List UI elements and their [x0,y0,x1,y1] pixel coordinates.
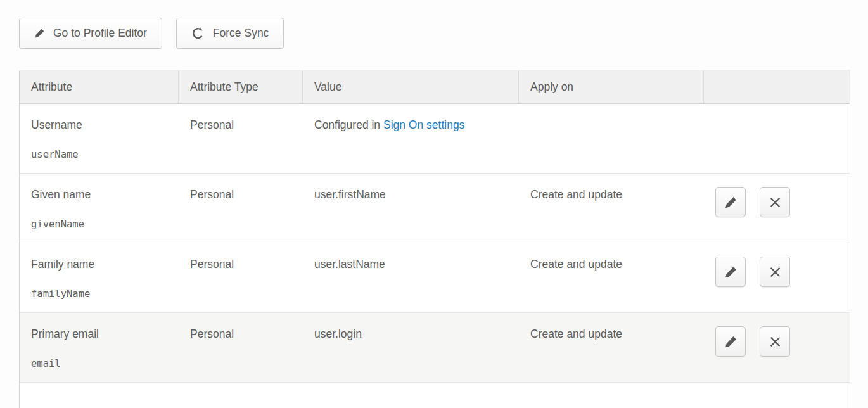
attribute-variable-name: userName [31,149,179,161]
go-to-profile-editor-label: Go to Profile Editor [53,27,147,40]
column-header-actions [704,70,850,103]
apply-on-cell: Create and update [519,243,704,312]
attribute-cell: Primary email email [20,313,179,382]
value-cell: Configured in Sign On settings [303,104,519,173]
table-body: Username userName Personal Configured in… [20,104,850,383]
value-text: user.lastName [314,258,385,271]
attribute-label: Family name [31,258,179,271]
table-row: Primary email email Personal user.login … [20,313,850,383]
value-text: user.firstName [314,188,386,201]
actions-cell [704,243,850,312]
edit-attribute-button[interactable] [715,187,746,217]
value-cell: user.lastName [303,243,519,312]
actions-cell [704,313,850,382]
attribute-variable-name: familyName [31,288,179,300]
actions-cell [704,104,850,173]
delete-attribute-button[interactable] [760,187,790,217]
table-row-empty [20,383,850,408]
attribute-variable-name: givenName [31,219,179,231]
toolbar: Go to Profile Editor Force Sync [19,18,284,49]
apply-on-cell [519,104,704,173]
attribute-type-cell: Personal [179,104,303,173]
actions-group [715,326,850,357]
force-sync-button[interactable]: Force Sync [176,18,284,49]
sign-on-settings-link[interactable]: Sign On settings [383,118,464,131]
attribute-type-cell: Personal [179,313,303,382]
attribute-cell: Family name familyName [20,243,179,312]
value-text: user.login [314,328,362,340]
table-row: Username userName Personal Configured in… [20,104,850,174]
table-header-row: Attribute Attribute Type Value Apply on [20,70,850,104]
value-cell: user.firstName [303,174,519,243]
pencil-icon [724,196,737,209]
table-row: Family name familyName Personal user.las… [20,243,850,313]
sync-icon [191,27,205,40]
go-to-profile-editor-button[interactable]: Go to Profile Editor [19,18,162,49]
attribute-type-cell: Personal [179,174,303,243]
close-icon [769,335,782,348]
column-header-value: Value [303,70,519,103]
apply-on-cell: Create and update [519,313,704,382]
edit-attribute-button[interactable] [715,326,746,357]
attribute-cell: Given name givenName [20,174,179,243]
attribute-type-cell: Personal [179,243,303,312]
force-sync-label: Force Sync [213,27,269,40]
pencil-icon [34,28,45,39]
table-row: Given name givenName Personal user.first… [20,174,850,243]
close-icon [769,265,782,279]
pencil-icon [724,265,737,279]
column-header-attribute-type: Attribute Type [179,70,303,103]
attribute-cell: Username userName [20,104,179,173]
attribute-label: Given name [31,188,179,201]
attribute-label: Username [31,118,179,131]
actions-group [715,187,850,217]
value-text: Configured in [314,118,383,131]
attribute-label: Primary email [31,328,179,340]
value-cell: user.login [303,313,519,382]
close-icon [769,196,782,209]
delete-attribute-button[interactable] [760,257,790,287]
attribute-variable-name: email [31,358,179,370]
column-header-attribute: Attribute [20,70,179,103]
pencil-icon [724,335,737,348]
actions-cell [704,174,850,243]
apply-on-cell: Create and update [519,174,704,243]
delete-attribute-button[interactable] [760,326,790,357]
edit-attribute-button[interactable] [715,257,746,287]
attribute-mappings-page: Go to Profile Editor Force Sync Attribut… [0,0,868,408]
column-header-apply-on: Apply on [519,70,704,103]
attribute-mapping-table: Attribute Attribute Type Value Apply on … [19,70,850,408]
actions-group [715,257,850,287]
